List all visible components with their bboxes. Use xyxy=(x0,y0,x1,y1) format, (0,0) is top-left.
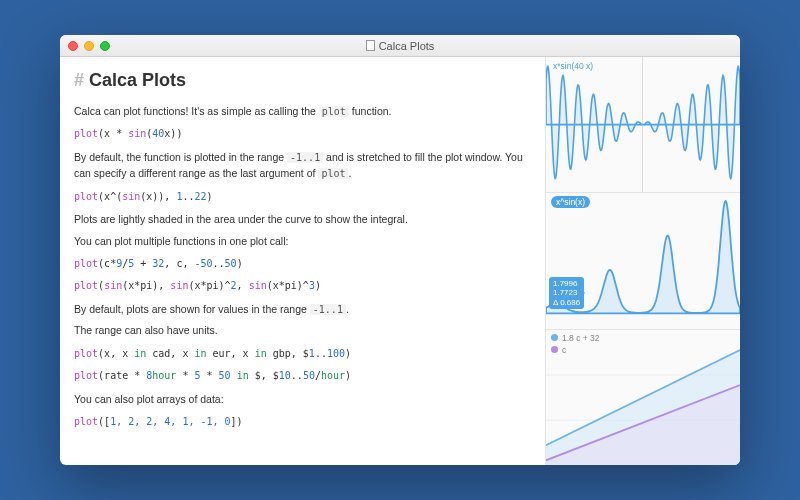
code-inline: -1..1 xyxy=(287,152,323,163)
plot-tooltip: 1.7996 1.7723 Δ 0.686 xyxy=(549,277,584,309)
code-line[interactable]: plot(sin(x*pi), sin(x*pi)^2, sin(x*pi)^3… xyxy=(74,278,531,294)
paragraph: The range can also have units. xyxy=(74,322,531,338)
plot-label: x*sin(40 x) xyxy=(551,60,595,72)
code-inline: -1..1 xyxy=(310,304,346,315)
code-line[interactable]: plot(x, x in cad, x in eur, x in gbp, $1… xyxy=(74,346,531,362)
plot-label: x^sin(x) xyxy=(551,196,590,208)
legend-dot-icon xyxy=(551,346,558,353)
paragraph: Plots are lightly shaded in the area und… xyxy=(74,211,531,227)
code-line[interactable]: plot(x * sin(40x)) xyxy=(74,126,531,142)
traffic-lights xyxy=(60,41,110,51)
zoom-icon[interactable] xyxy=(100,41,110,51)
paragraph: Calca can plot functions! It's as simple… xyxy=(74,103,531,120)
plot-svg xyxy=(546,57,740,192)
paragraph: By default, the function is plotted in t… xyxy=(74,149,531,182)
code-inline: plot xyxy=(319,106,349,117)
window-titlebar[interactable]: Calca Plots xyxy=(60,35,740,57)
code-line[interactable]: plot(rate * 8hour * 5 * 50 in $, $10..50… xyxy=(74,368,531,384)
editor-pane[interactable]: # Calca Plots Calca can plot functions! … xyxy=(60,57,545,465)
code-line[interactable]: plot(x^(sin(x)), 1..22) xyxy=(74,189,531,205)
paragraph: By default, plots are shown for values i… xyxy=(74,301,531,318)
window-title: Calca Plots xyxy=(379,40,435,52)
legend-dot-icon xyxy=(551,334,558,341)
code-inline: plot xyxy=(318,168,348,179)
plot-1[interactable]: x*sin(40 x) xyxy=(546,57,740,193)
page-title: # Calca Plots xyxy=(74,67,531,95)
window-content: # Calca Plots Calca can plot functions! … xyxy=(60,57,740,465)
plot-panel: x*sin(40 x) x^sin(x) 1.7996 1.7723 Δ 0.6… xyxy=(545,57,740,465)
code-line[interactable]: plot([1, 2, 2, 4, 1, -1, 0]) xyxy=(74,414,531,430)
code-line[interactable]: plot(c*9/5 + 32, c, -50..50) xyxy=(74,256,531,272)
plot-2[interactable]: x^sin(x) 1.7996 1.7723 Δ 0.686 xyxy=(546,193,740,329)
document-icon xyxy=(366,40,375,51)
minimize-icon[interactable] xyxy=(84,41,94,51)
plot-legend: 1.8 c + 32 c xyxy=(551,333,600,357)
plot-3[interactable]: 1.8 c + 32 c xyxy=(546,330,740,465)
paragraph: You can also plot arrays of data: xyxy=(74,391,531,407)
app-window: Calca Plots # Calca Plots Calca can plot… xyxy=(60,35,740,465)
title-container: Calca Plots xyxy=(60,40,740,52)
paragraph: You can plot multiple functions in one p… xyxy=(74,233,531,249)
close-icon[interactable] xyxy=(68,41,78,51)
